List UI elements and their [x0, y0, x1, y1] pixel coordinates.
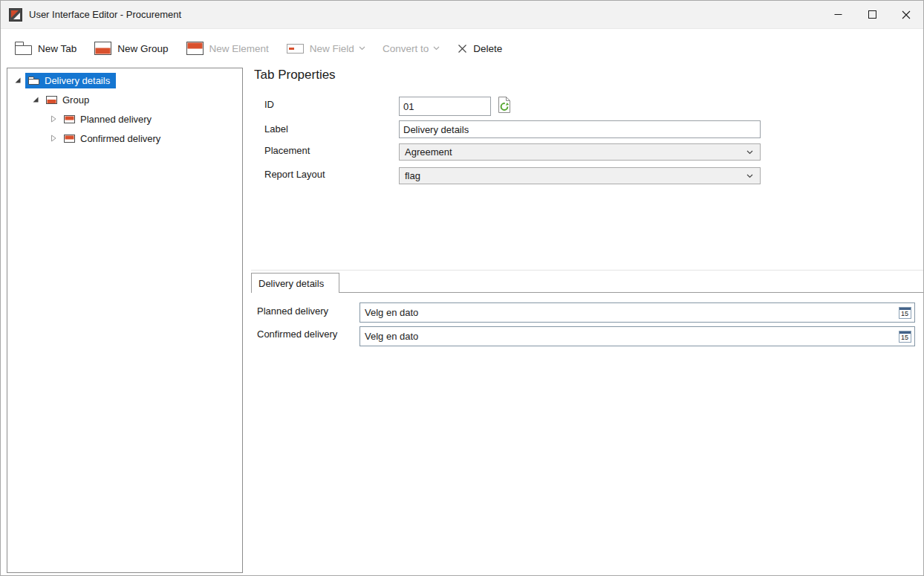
- tree-item-delivery-details[interactable]: Delivery details: [7, 71, 242, 90]
- new-tab-button[interactable]: New Tab: [10, 38, 80, 59]
- app-window: User Interface Editor - Procurement New …: [0, 0, 924, 576]
- label-field-label: Label: [264, 123, 288, 135]
- collapse-expanded-icon[interactable]: [13, 77, 22, 84]
- chevron-down-icon: [746, 150, 753, 155]
- report-layout-selected-value: flag: [405, 170, 420, 181]
- minimize-button[interactable]: [821, 1, 855, 28]
- chevron-down-icon: [433, 46, 440, 51]
- convert-to-label: Convert to: [383, 43, 429, 54]
- tabstrip-divider: [251, 292, 923, 293]
- id-input[interactable]: [399, 97, 491, 116]
- planned-delivery-date-field[interactable]: Velg en dato 15: [359, 302, 915, 323]
- window-title: User Interface Editor - Procurement: [29, 9, 181, 20]
- section-divider: [251, 270, 923, 271]
- chevron-down-icon: [359, 46, 365, 51]
- id-field-label: ID: [264, 99, 274, 110]
- tab-icon: [27, 76, 40, 85]
- element-icon: [186, 41, 204, 56]
- x-icon: [457, 43, 468, 54]
- tree-item-planned-delivery[interactable]: Planned delivery: [7, 109, 242, 129]
- open-calendar-button[interactable]: 15: [895, 327, 914, 346]
- titlebar: User Interface Editor - Procurement: [1, 1, 923, 29]
- tree-item-label: Confirmed delivery: [80, 133, 160, 144]
- delete-button[interactable]: Delete: [453, 40, 506, 57]
- tree-item-label: Planned delivery: [80, 114, 152, 125]
- expand-collapsed-icon[interactable]: [49, 115, 58, 123]
- close-button[interactable]: [889, 1, 923, 28]
- tree-item-group[interactable]: Group: [7, 90, 242, 109]
- new-tab-label: New Tab: [38, 43, 77, 54]
- tree-item-label: Group: [62, 94, 89, 106]
- tree-item-selection: Confirmed delivery: [61, 131, 166, 146]
- field-icon: [286, 41, 305, 56]
- regenerate-id-button[interactable]: [495, 97, 514, 116]
- calendar-icon: 15: [899, 307, 911, 319]
- preview-tab-label: Delivery details: [258, 278, 324, 289]
- expand-collapsed-icon[interactable]: [49, 135, 58, 142]
- new-element-button[interactable]: New Element: [182, 38, 273, 59]
- placement-dropdown[interactable]: Agreement: [399, 143, 761, 161]
- tree-item-selection: Group: [43, 92, 95, 108]
- element-icon: [63, 134, 76, 143]
- group-icon: [94, 41, 112, 56]
- new-element-label: New Element: [209, 43, 269, 54]
- new-group-button[interactable]: New Group: [90, 38, 172, 59]
- tree-item-selection: Delivery details: [25, 73, 116, 88]
- preview-tab-delivery-details[interactable]: Delivery details: [251, 273, 339, 293]
- tab-icon: [14, 41, 33, 56]
- calendar-icon: 15: [899, 331, 911, 343]
- report-layout-field-label: Report Layout: [264, 169, 325, 180]
- tree-item-selection: Planned delivery: [61, 111, 157, 127]
- element-icon: [63, 114, 76, 124]
- tree-item-confirmed-delivery[interactable]: Confirmed delivery: [7, 129, 242, 148]
- new-field-label: New Field: [310, 43, 354, 54]
- date-watermark: Velg en dato: [365, 331, 418, 342]
- document-refresh-icon: [496, 96, 513, 117]
- planned-delivery-label: Planned delivery: [257, 305, 328, 317]
- convert-to-button[interactable]: Convert to: [379, 40, 443, 57]
- placement-selected-value: Agreement: [405, 146, 452, 158]
- report-layout-dropdown[interactable]: flag: [399, 167, 761, 184]
- structure-tree-panel: Delivery details Group: [7, 68, 243, 573]
- chevron-down-icon: [746, 174, 753, 178]
- open-calendar-button[interactable]: 15: [895, 303, 914, 322]
- confirmed-delivery-date-field[interactable]: Velg en dato 15: [359, 326, 915, 346]
- app-logo-icon: [9, 8, 22, 22]
- maximize-button[interactable]: [855, 1, 889, 28]
- new-group-label: New Group: [117, 43, 168, 54]
- new-field-button[interactable]: New Field: [282, 38, 369, 59]
- label-input[interactable]: [399, 120, 761, 138]
- date-watermark: Velg en dato: [365, 307, 418, 318]
- toolbar: New Tab New Group New Element: [1, 30, 923, 67]
- window-controls: [821, 1, 923, 28]
- placement-field-label: Placement: [264, 145, 310, 156]
- collapse-expanded-icon[interactable]: [31, 96, 40, 103]
- delete-label: Delete: [473, 43, 502, 54]
- tree-item-label: Delivery details: [45, 75, 110, 86]
- group-icon: [45, 95, 58, 105]
- properties-heading: Tab Properties: [254, 68, 336, 82]
- confirmed-delivery-label: Confirmed delivery: [257, 329, 337, 340]
